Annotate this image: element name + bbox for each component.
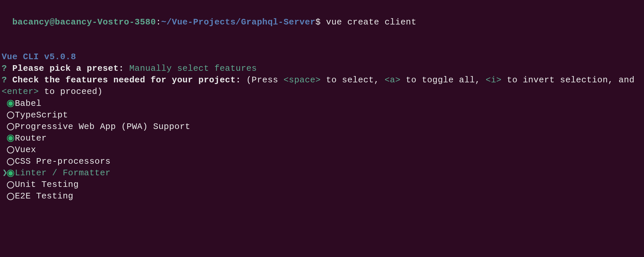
radio-unselected-icon[interactable] — [7, 158, 14, 165]
preset-question-line: ? Please pick a preset: Manually select … — [2, 63, 642, 74]
feature-row[interactable]: Unit Testing — [2, 179, 642, 191]
feature-row[interactable]: E2E Testing — [2, 191, 642, 202]
preset-question: Please pick a preset: — [12, 64, 124, 73]
radio-unselected-icon[interactable] — [7, 123, 14, 130]
feature-label: Babel — [15, 98, 42, 109]
feature-line[interactable]: E2E Testing — [2, 191, 642, 202]
radio-unselected-icon[interactable] — [7, 111, 14, 119]
cli-version: Vue CLI v5.0.8 — [2, 51, 642, 63]
features-list[interactable]: BabelTypeScriptProgressive Web App (PWA)… — [2, 98, 642, 202]
hint-text: to toggle all, — [401, 75, 486, 85]
entered-command[interactable]: vue create client — [326, 17, 416, 27]
question-mark-icon: ? — [2, 75, 7, 85]
key-hint-space: <space> — [283, 75, 321, 85]
feature-label: Linter / Formatter — [15, 167, 111, 179]
feature-line[interactable]: TypeScript — [2, 109, 642, 121]
key-hint-i: <i> — [485, 75, 501, 85]
radio-selected-icon[interactable] — [7, 135, 14, 142]
feature-line[interactable]: Unit Testing — [2, 179, 642, 191]
key-hint-a: <a> — [384, 75, 400, 85]
feature-row[interactable]: ❯Linter / Formatter — [2, 167, 642, 179]
feature-label: CSS Pre-processors — [15, 156, 111, 167]
features-question-line: ? Check the features needed for your pro… — [2, 74, 642, 98]
features-question: Check the features needed for your proje… — [12, 75, 241, 85]
feature-label: Unit Testing — [15, 179, 79, 191]
feature-row[interactable]: CSS Pre-processors — [2, 156, 642, 167]
radio-selected-icon[interactable] — [7, 170, 14, 177]
radio-unselected-icon[interactable] — [7, 181, 14, 189]
feature-row[interactable]: Babel — [2, 98, 642, 109]
hint-text: (Press — [246, 75, 284, 85]
preset-answer: Manually select features — [129, 64, 257, 73]
spacer — [2, 28, 642, 51]
current-path: ~/Vue-Projects/Graphql-Server — [161, 17, 315, 27]
hint-text: to select, — [321, 75, 384, 85]
feature-line[interactable]: CSS Pre-processors — [2, 156, 642, 167]
feature-row[interactable]: Router — [2, 133, 642, 144]
radio-unselected-icon[interactable] — [7, 193, 14, 200]
hint-text: to proceed) — [39, 87, 103, 97]
radio-selected-icon[interactable] — [7, 100, 14, 107]
feature-label: TypeScript — [15, 109, 68, 121]
feature-label: Router — [15, 133, 47, 144]
feature-row[interactable]: TypeScript — [2, 109, 642, 121]
feature-line[interactable]: Progressive Web App (PWA) Support — [2, 121, 642, 133]
feature-line[interactable]: Vuex — [2, 144, 642, 156]
radio-unselected-icon[interactable] — [7, 146, 14, 153]
hint-text: to invert selection, and — [502, 75, 635, 85]
feature-row[interactable]: Vuex — [2, 144, 642, 156]
terminal-prompt-line: bacancy@bacancy-Vostro-3580:~/Vue-Projec… — [2, 5, 642, 28]
feature-label: E2E Testing — [15, 191, 73, 202]
feature-label: Progressive Web App (PWA) Support — [15, 121, 190, 133]
feature-row[interactable]: Progressive Web App (PWA) Support — [2, 121, 642, 133]
question-mark-icon: ? — [2, 64, 7, 73]
user-host: bacancy@bacancy-Vostro-3580 — [12, 17, 156, 27]
prompt-dollar: $ — [315, 17, 321, 27]
feature-label: Vuex — [15, 144, 36, 156]
feature-line[interactable]: Babel — [2, 98, 642, 109]
feature-line[interactable]: Router — [2, 133, 642, 144]
prompt-colon: : — [156, 17, 161, 27]
feature-line[interactable]: Linter / Formatter — [2, 167, 642, 179]
key-hint-enter: <enter> — [2, 87, 39, 97]
